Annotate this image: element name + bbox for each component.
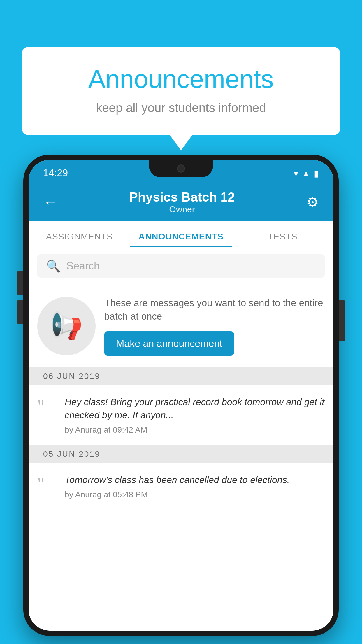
battery-icon: ▮ <box>314 168 319 178</box>
quote-icon-2: " <box>37 475 58 493</box>
search-icon: 🔍 <box>46 259 61 273</box>
bubble-subtitle: keep all your students informed <box>45 101 317 115</box>
front-camera <box>177 164 185 173</box>
promo-description: These are messages you want to send to t… <box>104 296 325 323</box>
announcement-text-2: Tomorrow's class has been cancelled due … <box>65 473 325 487</box>
promo-right: These are messages you want to send to t… <box>104 296 325 356</box>
date-separator-2: 05 JUN 2019 <box>29 445 333 463</box>
header-title: Physics Batch 12 <box>129 190 235 204</box>
search-placeholder: Search <box>66 260 100 272</box>
speech-bubble-section: Announcements keep all your students inf… <box>22 47 340 135</box>
signal-icon: ▲ <box>302 169 310 178</box>
announcement-item-1[interactable]: " Hey class! Bring your practical record… <box>29 385 333 445</box>
header-subtitle: Owner <box>129 204 235 214</box>
date-separator-1: 06 JUN 2019 <box>29 368 333 385</box>
announcement-meta-2: by Anurag at 05:48 PM <box>65 490 325 499</box>
header-center: Physics Batch 12 Owner <box>129 190 235 214</box>
volume-buttons <box>17 271 23 324</box>
announcement-content-1: Hey class! Bring your practical record b… <box>65 396 325 435</box>
status-time: 14:29 <box>43 167 68 178</box>
announcement-item-2[interactable]: " Tomorrow's class has been cancelled du… <box>29 463 333 510</box>
quote-icon-1: " <box>37 397 58 415</box>
search-box[interactable]: 🔍 Search <box>37 254 325 278</box>
volume-down-button <box>17 300 23 324</box>
promo-icon-circle: 📢 <box>37 297 96 355</box>
megaphone-icon: 📢 <box>50 311 83 341</box>
announcement-promo: 📢 These are messages you want to send to… <box>29 285 333 368</box>
phone-notch <box>149 160 213 177</box>
settings-icon[interactable]: ⚙ <box>306 194 319 210</box>
wifi-icon: ▾ <box>294 168 298 178</box>
back-button[interactable]: ← <box>43 194 58 211</box>
tab-tests[interactable]: TESTS <box>232 232 333 247</box>
power-button <box>339 300 345 341</box>
phone-frame: 14:29 ▾ ▲ ▮ ← Physics Batch 12 Owner ⚙ A… <box>23 155 339 636</box>
tabs-container: ASSIGNMENTS ANNOUNCEMENTS TESTS <box>29 221 333 247</box>
search-container: 🔍 Search <box>29 247 333 285</box>
status-icons: ▾ ▲ ▮ <box>294 168 319 178</box>
tab-assignments[interactable]: ASSIGNMENTS <box>29 232 130 247</box>
bubble-title: Announcements <box>45 64 317 94</box>
phone-container: 14:29 ▾ ▲ ▮ ← Physics Batch 12 Owner ⚙ A… <box>23 155 339 644</box>
make-announcement-button[interactable]: Make an announcement <box>104 331 234 356</box>
announcement-content-2: Tomorrow's class has been cancelled due … <box>65 473 325 499</box>
speech-bubble: Announcements keep all your students inf… <box>22 47 340 135</box>
phone-screen: 14:29 ▾ ▲ ▮ ← Physics Batch 12 Owner ⚙ A… <box>29 160 333 631</box>
tab-announcements[interactable]: ANNOUNCEMENTS <box>130 232 232 247</box>
app-header: ← Physics Batch 12 Owner ⚙ <box>29 183 333 221</box>
announcement-meta-1: by Anurag at 09:42 AM <box>65 425 325 435</box>
volume-up-button <box>17 271 23 295</box>
announcement-text-1: Hey class! Bring your practical record b… <box>65 396 325 422</box>
content-area: 🔍 Search 📢 These are messages you want t… <box>29 247 333 510</box>
